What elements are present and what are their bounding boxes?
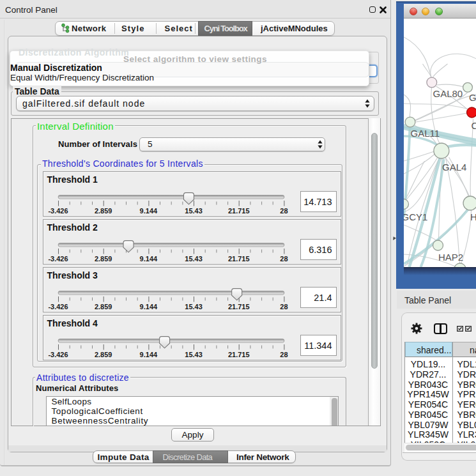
svg-text:GAL4: GAL4 bbox=[442, 162, 466, 173]
svg-text:GAL80: GAL80 bbox=[433, 88, 463, 99]
svg-text:GAL: GAL bbox=[469, 92, 476, 103]
svg-text:GCY1: GCY1 bbox=[404, 211, 427, 222]
svg-text:HAP2: HAP2 bbox=[438, 252, 463, 263]
svg-text:CY: CY bbox=[471, 120, 476, 131]
svg-text:GAL11: GAL11 bbox=[410, 128, 440, 139]
svg-text:HIS: HIS bbox=[470, 211, 476, 222]
